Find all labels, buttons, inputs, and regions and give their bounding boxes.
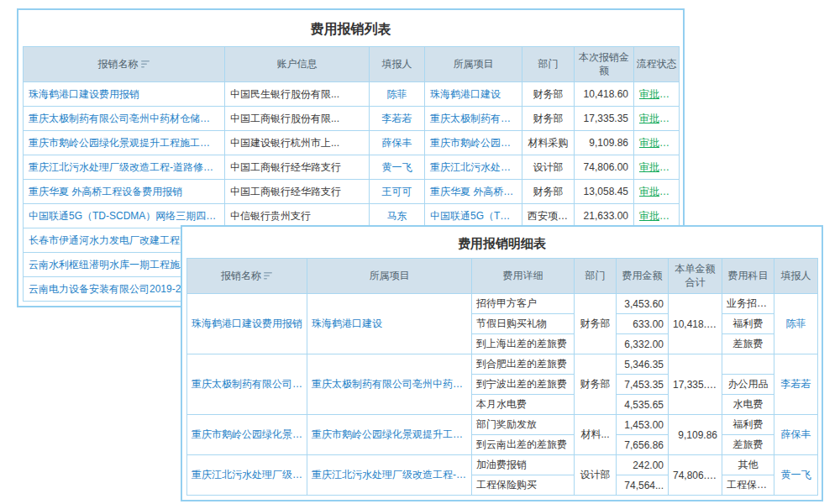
expense-detail-panel: 费用报销明细表 报销名称 所属项目 费用详细 部门 费用金额 本单金额合计 费用… <box>181 225 823 501</box>
column-label: 本次报销金额 <box>579 51 629 76</box>
cell-account: 中国工商银行经华路支行 <box>225 155 370 180</box>
cell-filler[interactable]: 王可可 <box>370 180 425 204</box>
sort-icon[interactable] <box>264 272 273 280</box>
column-header-total: 本单金额合计 <box>669 259 722 294</box>
cell-amount: 7,656.86 <box>617 435 669 455</box>
cell-dept: 财务部 <box>522 82 575 107</box>
column-header-amount: 本次报销金额 <box>575 47 634 82</box>
cell-expense-detail: 加油费报销 <box>472 455 575 475</box>
column-header-category: 费用科目 <box>722 259 774 294</box>
cell-category: 福利费 <box>722 314 774 334</box>
cell-amount: 6,332.00 <box>617 334 669 354</box>
cell-project[interactable]: 重庆华夏 外高桥工程设备 <box>425 180 522 204</box>
column-header-amount: 费用金额 <box>617 259 669 294</box>
column-header-expense-detail: 费用详细 <box>472 259 575 294</box>
cell-amount: 9,109.86 <box>575 131 634 155</box>
cell-status-link[interactable]: 审批通过 <box>634 82 680 107</box>
table-row: 重庆市鹅岭公园绿化景观提升工... 重庆市鹅岭公园绿化景观提升工程施工 部门奖励… <box>187 415 818 435</box>
cell-report-name[interactable]: 重庆华夏 外高桥工程设备费用报销 <box>24 180 225 204</box>
cell-report-name[interactable]: 重庆江北污水处理厂级改造工程-... <box>187 455 307 496</box>
column-header-dept: 部门 <box>575 259 617 294</box>
page-title: 费用报销列表 <box>23 14 679 46</box>
column-header-report-name[interactable]: 报销名称 <box>24 47 225 82</box>
cell-filler[interactable]: 李若若 <box>370 107 425 131</box>
cell-report-name[interactable]: 重庆太极制药有限公司亳州中药... <box>187 354 307 415</box>
column-header-status: 流程状态 <box>634 47 680 82</box>
cell-project[interactable]: 重庆太极制药有限公司亳州中药材仓储物流... <box>307 354 472 415</box>
cell-filler[interactable]: 薛保丰 <box>774 415 818 455</box>
column-label: 费用金额 <box>622 270 663 281</box>
cell-amount: 3,453.60 <box>617 294 669 314</box>
cell-expense-detail: 工程保险购买 <box>472 475 575 496</box>
cell-amount: 242.00 <box>617 455 669 475</box>
cell-dept: 财务部 <box>575 294 617 354</box>
cell-filler[interactable]: 薛保丰 <box>370 131 425 155</box>
cell-expense-detail: 部门奖励发放 <box>472 415 575 435</box>
table-header-row: 报销名称 所属项目 费用详细 部门 费用金额 本单金额合计 费用科目 填报人 <box>187 259 818 294</box>
cell-total: 9,109.86 <box>669 415 722 455</box>
column-label: 本单金额合计 <box>675 263 716 288</box>
cell-project[interactable]: 重庆太极制药有限公司亳州中... <box>425 107 522 131</box>
cell-status-link[interactable]: 审批通过 <box>634 155 680 180</box>
column-header-filler: 填报人 <box>774 259 818 294</box>
cell-account: 中国民生银行股份有限... <box>225 82 370 107</box>
column-label: 报销名称 <box>221 270 261 281</box>
table-row: 重庆太极制药有限公司亳州中药... 重庆太极制药有限公司亳州中药材仓储物流...… <box>187 354 818 375</box>
cell-expense-detail: 节假日购买礼物 <box>472 314 575 334</box>
cell-category: 办公用品 <box>722 375 774 395</box>
cell-expense-detail: 招待甲方客户 <box>472 294 575 314</box>
cell-filler[interactable]: 黄一飞 <box>774 455 818 496</box>
cell-project[interactable]: 重庆江北污水处理厂级改造工程-道路修复工... <box>307 455 472 496</box>
cell-account: 中国建设银行杭州市上... <box>225 131 370 155</box>
column-label: 部门 <box>538 58 559 70</box>
table-row: 重庆江北污水处理厂级改造工程-... 重庆江北污水处理厂级改造工程-道路修复工.… <box>187 455 818 475</box>
cell-report-name[interactable]: 重庆太极制药有限公司亳州中药材仓储物流基地项... <box>24 107 225 131</box>
column-header-project: 所属项目 <box>307 259 472 294</box>
cell-project[interactable]: 重庆市鹅岭公园绿化景观提升... <box>425 131 522 155</box>
table-header-row: 报销名称 账户信息 填报人 所属项目 部门 本次报销金额 流程状态 <box>24 47 680 82</box>
cell-report-name[interactable]: 重庆市鹅岭公园绿化景观提升工程施工费用报销 <box>24 131 225 155</box>
cell-category: 差旅费 <box>722 334 774 354</box>
cell-dept: 材料... <box>575 415 617 455</box>
column-label: 填报人 <box>382 58 412 70</box>
cell-amount: 1,453.00 <box>617 415 669 435</box>
cell-dept: 财务部 <box>575 354 617 415</box>
sort-icon[interactable] <box>141 60 150 68</box>
column-label: 费用详细 <box>503 270 543 281</box>
cell-amount: 74,806.00 <box>575 155 634 180</box>
cell-category: 业务招待费 <box>722 294 774 314</box>
cell-amount: 74,564... <box>617 475 669 496</box>
cell-dept: 财务部 <box>522 180 575 204</box>
cell-report-name[interactable]: 珠海鹤港口建设费用报销 <box>187 294 307 354</box>
column-label: 部门 <box>585 270 606 281</box>
cell-amount: 7,453.35 <box>617 375 669 395</box>
column-header-report-name[interactable]: 报销名称 <box>187 259 307 294</box>
cell-category: 工程保险费 <box>722 475 774 496</box>
cell-status-link[interactable]: 审批通过 <box>634 180 680 204</box>
cell-report-name[interactable]: 珠海鹤港口建设费用报销 <box>24 82 225 107</box>
cell-dept: 材料采购 <box>522 131 575 155</box>
cell-filler[interactable]: 黄一飞 <box>370 155 425 180</box>
cell-report-name[interactable]: 重庆市鹅岭公园绿化景观提升工... <box>187 415 307 455</box>
cell-filler[interactable]: 陈菲 <box>370 82 425 107</box>
cell-project[interactable]: 珠海鹤港口建设 <box>425 82 522 107</box>
cell-project[interactable]: 重庆市鹅岭公园绿化景观提升工程施工 <box>307 415 472 455</box>
cell-dept: 设计部 <box>575 455 617 496</box>
cell-expense-detail: 到上海出差的差旅费 <box>472 334 575 354</box>
column-label: 报销名称 <box>98 58 139 70</box>
cell-expense-detail: 到宁波出差的差旅费 <box>472 375 575 395</box>
cell-project[interactable]: 重庆江北污水处理厂级改造工... <box>425 155 522 180</box>
column-label: 所属项目 <box>454 58 494 70</box>
cell-report-name[interactable]: 重庆江北污水处理厂级改造工程-道路修复工程费用... <box>24 155 225 180</box>
table-row: 珠海鹤港口建设费用报销 珠海鹤港口建设 招待甲方客户 财务部 3,453.60 … <box>187 294 818 314</box>
cell-status-link[interactable]: 审批通过 <box>634 107 680 131</box>
cell-expense-detail: 本月水电费 <box>472 395 575 415</box>
cell-project[interactable]: 珠海鹤港口建设 <box>307 294 472 354</box>
table-row: 重庆市鹅岭公园绿化景观提升工程施工费用报销 中国建设银行杭州市上... 薛保丰 … <box>24 131 680 155</box>
cell-category: 差旅费 <box>722 435 774 455</box>
cell-expense-detail: 到云南出差的差旅费 <box>472 435 575 455</box>
cell-filler[interactable]: 李若若 <box>774 354 818 415</box>
column-label: 所属项目 <box>370 270 410 281</box>
cell-status-link[interactable]: 审批通过 <box>634 131 680 155</box>
cell-filler[interactable]: 陈菲 <box>774 294 818 354</box>
